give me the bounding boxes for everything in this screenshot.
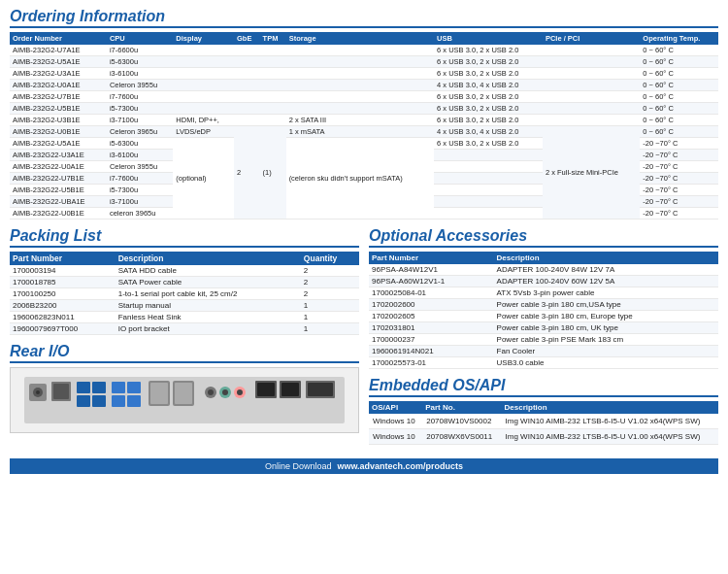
table-cell: AIMB-232G2-U3A1E <box>10 68 107 80</box>
table-cell <box>234 115 260 126</box>
table-cell <box>260 115 286 126</box>
svg-rect-25 <box>257 383 275 396</box>
table-cell: i7-7600u <box>107 91 173 103</box>
table-cell <box>260 103 286 115</box>
table-cell: AIMB-232G2-U5A1E <box>10 56 107 68</box>
ordering-col-header: Operating Temp. <box>640 32 718 45</box>
svg-rect-27 <box>281 383 299 396</box>
table-cell: i5-7300u <box>107 103 173 115</box>
table-cell <box>434 161 543 173</box>
table-cell <box>286 80 434 91</box>
table-cell: Power cable 3-pin 180 cm, Europe type <box>494 311 718 322</box>
optional-title: Optional Accessories <box>369 227 718 248</box>
table-cell: Power cable 3-pin 180 cm,USA type <box>494 299 718 311</box>
table-cell: IO port bracket <box>116 323 301 335</box>
table-cell: Fanless Heat Sink <box>116 312 301 323</box>
table-cell <box>286 91 434 103</box>
table-row: 1702031801Power cable 3-pin 180 cm, UK t… <box>369 322 718 334</box>
table-cell: Startup manual <box>116 300 301 312</box>
svg-rect-17 <box>175 383 192 404</box>
table-cell: Img WIN10 AIMB-232 LTSB-6-I5-U V1.02 x64… <box>502 414 718 429</box>
embedded-col-header: OS/API <box>369 401 422 414</box>
table-cell: (optional) <box>173 138 234 219</box>
svg-rect-10 <box>112 382 125 393</box>
table-cell: ATX 5Vsb 3-pin power cable <box>494 287 718 299</box>
table-cell: -20 ~70° C <box>640 150 718 161</box>
table-cell <box>286 68 434 80</box>
table-cell <box>260 68 286 80</box>
table-cell: 1960061914N021 <box>369 346 494 357</box>
table-row: 96PSA-A60W12V1-1ADAPTER 100-240V 60W 12V… <box>369 276 718 287</box>
table-cell: AIMB-232G2-U3B1E <box>10 115 107 126</box>
table-cell: celeron 3965u <box>107 208 173 219</box>
table-cell: 2 <box>301 277 359 288</box>
ordering-col-header: TPM <box>260 32 286 45</box>
table-cell: 1 <box>301 323 359 335</box>
svg-point-3 <box>36 390 40 394</box>
table-cell: 2 x SATA III <box>286 115 434 126</box>
table-cell: 1 <box>301 312 359 323</box>
optional-col-header: Description <box>494 252 718 264</box>
table-cell: i5-6300u <box>107 138 173 150</box>
table-cell: 1 x mSATA <box>286 126 434 138</box>
table-row: 1700018785SATA Power cable2 <box>10 277 359 288</box>
table-cell: AIMB-232G2-U5B1E <box>10 103 107 115</box>
svg-point-21 <box>222 389 228 395</box>
table-cell: 0 ~ 60° C <box>640 103 718 115</box>
table-cell <box>234 56 260 68</box>
ordering-title: Ordering Information <box>10 8 718 28</box>
table-row: 96PSA-A84W12V1ADAPTER 100-240V 84W 12V 7… <box>369 264 718 276</box>
table-cell: Fan Cooler <box>494 346 718 357</box>
table-cell: Windows 10 <box>369 429 422 445</box>
table-cell: AIMB-232G2-U7A1E <box>10 45 107 56</box>
table-cell: Celeron 3965u <box>107 126 173 138</box>
table-cell <box>173 80 234 91</box>
table-cell: 6 x USB 3.0, 2 x USB 2.0 <box>434 115 543 126</box>
packing-col-header: Part Number <box>10 252 116 265</box>
table-cell: Celeron 3955u <box>107 80 173 91</box>
table-row: Windows 1020708WX6VS0011Img WIN10 AIMB-2… <box>369 429 718 445</box>
table-cell <box>234 68 260 80</box>
table-cell: 0 ~ 60° C <box>640 80 718 91</box>
svg-rect-13 <box>127 395 141 407</box>
table-cell: HDMI, DP++, <box>173 115 234 126</box>
table-cell: 1702002605 <box>369 311 494 322</box>
table-cell: 1700025573-01 <box>369 357 494 369</box>
table-cell: 2 <box>301 265 359 277</box>
svg-rect-12 <box>127 382 141 393</box>
table-row: AIMB-232G2-U5A1Ei5-6300u6 x USB 3.0, 2 x… <box>10 56 718 68</box>
rear-io-svg <box>24 372 345 428</box>
table-cell: 19600079697T000 <box>10 323 116 335</box>
optional-table: Part NumberDescription 96PSA-A84W12V1ADA… <box>369 252 718 369</box>
table-cell <box>543 45 640 56</box>
svg-rect-15 <box>150 383 168 404</box>
table-cell <box>234 103 260 115</box>
footer-url: www.advantech.com/products <box>337 461 463 471</box>
table-cell: AIMB-232G2-U5A1E <box>10 138 107 150</box>
table-cell: 6 x USB 3.0, 2 x USB 2.0 <box>434 45 543 56</box>
table-cell: i5-7300u <box>107 185 173 196</box>
svg-rect-7 <box>77 395 90 407</box>
table-cell: SATA HDD cable <box>116 265 301 277</box>
table-cell <box>260 56 286 68</box>
table-cell: -20 ~70° C <box>640 208 718 219</box>
table-cell: AIMB-232G2-U7B1E <box>10 91 107 103</box>
ordering-col-header: PCIe / PCI <box>543 32 640 45</box>
table-cell: ADAPTER 100-240V 84W 12V 7A <box>494 264 718 276</box>
table-cell: 4 x USB 3.0, 4 x USB 2.0 <box>434 126 543 138</box>
table-cell: i5-6300u <box>107 56 173 68</box>
table-cell: 96PSA-A60W12V1-1 <box>369 276 494 287</box>
packing-col-header: Quantity <box>301 252 359 265</box>
table-row: 19600079697T000IO port bracket1 <box>10 323 359 335</box>
table-cell <box>434 150 543 161</box>
table-cell: -20 ~70° C <box>640 196 718 208</box>
embedded-table: OS/APIPart No.Description Windows 102070… <box>369 401 718 445</box>
table-cell: -20 ~70° C <box>640 138 718 150</box>
table-cell <box>173 103 234 115</box>
table-cell: 6 x USB 3.0, 2 x USB 2.0 <box>434 56 543 68</box>
table-row: AIMB-232G2-U0A1ECeleron 3955u4 x USB 3.0… <box>10 80 718 91</box>
table-cell: 1700025084-01 <box>369 287 494 299</box>
table-cell <box>234 45 260 56</box>
table-cell <box>260 45 286 56</box>
table-cell: 1-to-1 serial port cable kit, 25 cm/2 <box>116 288 301 300</box>
